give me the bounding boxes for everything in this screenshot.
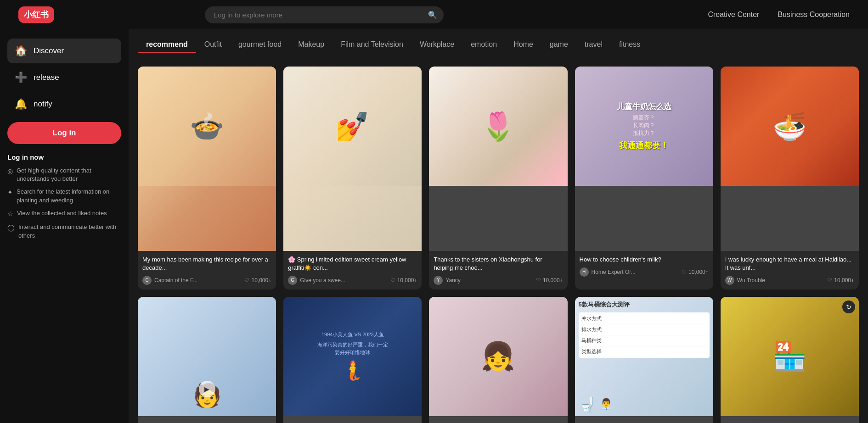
author-name-nail: Give you a swee... (300, 277, 345, 284)
benefit-icon-2: ✦ (7, 188, 13, 197)
heart-icon-hotpot: ♡ (827, 277, 832, 284)
likes-count-hotpot: 10,000+ (834, 277, 854, 284)
card-image-flower: 🌷 (429, 67, 567, 251)
tab-emotion[interactable]: emotion (462, 37, 505, 53)
card-hotpot[interactable]: 🍜 I was lucky enough to have a meal at H… (721, 67, 859, 289)
card-image-child: 儿童牛奶怎么选 脑音齐？ 长肉肉？ 抵抗力？ 我通通都要！ (575, 67, 713, 251)
avatar-food1: C (142, 276, 152, 285)
tab-workplace[interactable]: Workplace (411, 37, 462, 53)
card-body-nail: 🌸 Spring limited edition sweet cream yel… (283, 251, 422, 289)
card-shop[interactable]: 🏪 ⊞ ↻ Street fashion store visit F Fashi (721, 297, 859, 423)
sidebar-label-release: release (34, 73, 59, 82)
tab-gourmet[interactable]: gourmet food (230, 37, 290, 53)
author-name-hotpot: Wu Trouble (737, 277, 765, 284)
card-flower[interactable]: 🌷 Thanks to the sisters on Xiaohongshu f… (429, 67, 567, 289)
heart-icon-child: ♡ (682, 269, 687, 275)
card-likes-child: ♡ 10,000+ (682, 269, 709, 275)
card-image-mermaid: 1994小美人鱼 VS 2023人鱼 海洋污染真的好严重，我们一定要好好珍惜地球… (283, 297, 422, 423)
card-likes-flower: ♡ 10,000+ (536, 277, 563, 284)
card-title-hotpot: I was lucky enough to have a meal at Hai… (725, 256, 854, 272)
tab-travel[interactable]: travel (576, 37, 611, 53)
layout: 🏠 Discover ➕ release 🔔 notify Log in Log… (0, 29, 868, 423)
avatar-child: H (580, 267, 589, 277)
card-image-nail: 💅 (283, 67, 422, 251)
card-likes-nail: ♡ 10,000+ (390, 277, 417, 284)
tab-game[interactable]: game (541, 37, 576, 53)
author-name-flower: Yancy (445, 277, 460, 284)
card-body-food1: My mom has been making this recipe for o… (138, 251, 276, 289)
search-bar: 🔍 (205, 6, 444, 23)
card-image-toilet: 5款马桶综合大测评 冲水方式 排水方式 马桶种类 类型选择 🚽 👨‍💼 (575, 297, 713, 423)
card-body-flower: Thanks to the sisters on Xiaohongshu for… (429, 251, 567, 289)
card-toilet[interactable]: 5款马桶综合大测评 冲水方式 排水方式 马桶种类 类型选择 🚽 👨‍💼 (575, 297, 713, 423)
card-guy[interactable]: 🧑 ▶ 7个化妆小技巧 7个化妆小技巧 B Beauty Tips ♡ (138, 297, 276, 423)
tab-outfit[interactable]: Outfit (196, 37, 230, 53)
refresh-icon[interactable]: ↻ (846, 303, 851, 311)
tab-home[interactable]: Home (505, 37, 541, 53)
card-image-hotpot: 🍜 (721, 67, 859, 251)
benefit-icon-3: ☆ (7, 210, 13, 219)
card-image-guy: 🧑 ▶ 7个化妆小技巧 (138, 297, 276, 423)
search-input[interactable] (205, 6, 444, 23)
bell-icon: 🔔 (15, 98, 27, 110)
card-nail[interactable]: 💅 🌸 Spring limited edition sweet cream y… (283, 67, 422, 289)
heart-icon-food1: ♡ (244, 277, 249, 284)
card-image-shop: 🏪 ⊞ ↻ (721, 297, 859, 423)
card-title-nail: 🌸 Spring limited edition sweet cream yel… (288, 256, 417, 272)
card-author-flower: Y Yancy (434, 276, 460, 285)
card-likes-hotpot: ♡ 10,000+ (827, 277, 854, 284)
heart-icon-flower: ♡ (536, 277, 541, 284)
tab-fitness[interactable]: fitness (611, 37, 648, 53)
card-footer-child: H Home Expert Or... ♡ 10,000+ (580, 267, 709, 277)
likes-count-food1: 10,000+ (251, 277, 271, 284)
card-food1[interactable]: 🍲 My mom has been making this recipe for… (138, 67, 276, 289)
business-cooperation-link[interactable]: Business Cooperation (778, 11, 850, 19)
tab-film[interactable]: Film and Television (333, 37, 411, 53)
creative-center-link[interactable]: Creative Center (708, 11, 759, 19)
benefit-item-1: ◎ Get high-quality content that understa… (7, 167, 121, 183)
card-body-child: How to choose children's milk? H Home Ex… (575, 251, 713, 281)
tab-makeup[interactable]: Makeup (290, 37, 333, 53)
tab-recommend[interactable]: recommend (138, 37, 196, 53)
avatar-flower: Y (434, 276, 443, 285)
card-mermaid[interactable]: 1994小美人鱼 VS 2023人鱼 海洋污染真的好严重，我们一定要好好珍惜地球… (283, 297, 422, 423)
plus-icon: ➕ (15, 72, 27, 83)
benefit-item-4: ◯ Interact and communicate better with o… (7, 223, 121, 239)
sidebar: 🏠 Discover ➕ release 🔔 notify Log in Log… (0, 29, 129, 423)
benefit-text-4: Interact and communicate better with oth… (18, 223, 121, 239)
card-image-girl: 👧 (429, 297, 567, 423)
card-footer-nail: G Give you a swee... ♡ 10,000+ (288, 276, 417, 285)
avatar-hotpot: W (725, 276, 734, 285)
card-author-nail: G Give you a swee... (288, 276, 345, 285)
card-girl[interactable]: 👧 Portrait photography P Photo Studio ♡ … (429, 297, 567, 423)
avatar-nail: G (288, 276, 297, 285)
benefit-text-1: Get high-quality content that understand… (17, 167, 121, 183)
benefit-icon-1: ◎ (7, 167, 13, 176)
card-title-child: How to choose children's milk? (580, 256, 709, 264)
benefit-text-3: View the collected and liked notes (17, 209, 107, 217)
author-name-child: Home Expert Or... (592, 269, 636, 275)
card-footer-food1: C Captain of the F... ♡ 10,000+ (142, 276, 271, 285)
header-right: Creative Center Business Cooperation (708, 11, 850, 19)
card-footer-hotpot: W Wu Trouble ♡ 10,000+ (725, 276, 854, 285)
card-author-child: H Home Expert Or... (580, 267, 636, 277)
search-icon: 🔍 (428, 11, 437, 19)
header: 小红书 🔍 Creative Center Business Cooperati… (0, 0, 868, 29)
sidebar-label-discover: Discover (34, 46, 64, 56)
card-title-food1: My mom has been making this recipe for o… (142, 256, 271, 272)
sidebar-item-release[interactable]: ➕ release (7, 65, 121, 90)
card-child[interactable]: 儿童牛奶怎么选 脑音齐？ 长肉肉？ 抵抗力？ 我通通都要！ How to cho… (575, 67, 713, 289)
card-likes-food1: ♡ 10,000+ (244, 277, 271, 284)
sidebar-item-discover[interactable]: 🏠 Discover (7, 39, 121, 63)
play-button-guy[interactable]: ▶ (199, 381, 215, 397)
login-button[interactable]: Log in (7, 122, 121, 144)
benefit-icon-4: ◯ (7, 223, 15, 233)
logo: 小红书 (18, 6, 54, 23)
card-image-food1: 🍲 (138, 67, 276, 251)
sidebar-item-notify[interactable]: 🔔 notify (7, 92, 121, 117)
card-author-food1: C Captain of the F... (142, 276, 197, 285)
login-now-title: Log in now (7, 153, 121, 161)
likes-count-child: 10,000+ (688, 269, 709, 275)
home-icon: 🏠 (15, 45, 27, 57)
login-section: Log in now ◎ Get high-quality content th… (7, 153, 121, 245)
